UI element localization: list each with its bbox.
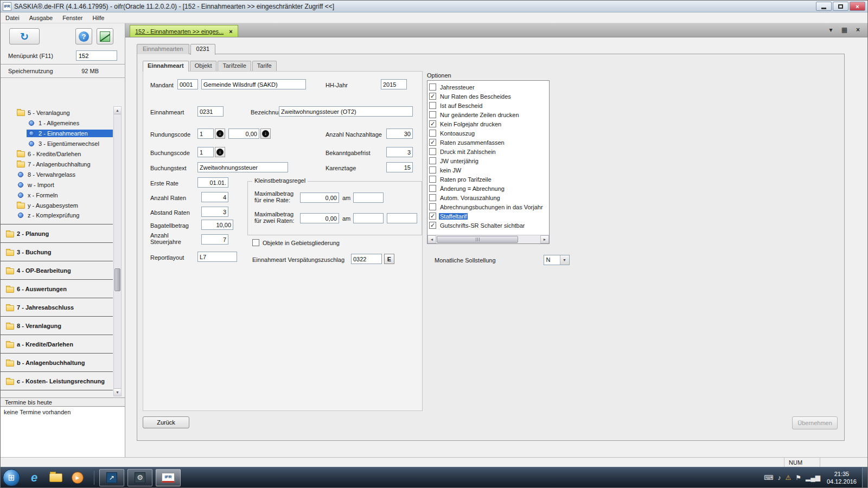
objekte-checkbox[interactable] xyxy=(252,239,259,246)
tree-item[interactable]: 8 - Veranlagung xyxy=(1,321,113,335)
tab-tarifzeile[interactable]: Tarifzeile xyxy=(218,61,251,71)
chart-button[interactable] xyxy=(97,28,113,44)
tree-item[interactable]: a - Kredite/Darlehen xyxy=(1,339,113,354)
tree-item[interactable]: 5 - Veranlagung xyxy=(1,107,113,118)
verspaetungszuschlag-input[interactable] xyxy=(351,254,382,264)
option-row[interactable]: ✓Raten zusammenfassen xyxy=(429,138,548,147)
taskbar-clock[interactable]: 21:35 04.12.2016 xyxy=(827,470,857,485)
max-zwei-am-input-1[interactable] xyxy=(353,213,384,223)
tab-0231[interactable]: 0231 xyxy=(190,44,215,55)
tree-item[interactable]: 6 - Auswertungen xyxy=(1,284,113,298)
minimize-button[interactable] xyxy=(816,2,832,11)
scroll-left-arrow[interactable]: ◄ xyxy=(427,235,436,243)
select-arrow-icon[interactable]: ▼ xyxy=(560,255,569,265)
refresh-button[interactable]: ↻ xyxy=(9,28,40,44)
option-row[interactable]: Raten pro Tarifzeile xyxy=(429,175,548,184)
menupunkt-input[interactable] xyxy=(76,50,117,61)
zurueck-button[interactable]: Zurück xyxy=(143,416,189,428)
reportlayout-input[interactable] xyxy=(197,252,237,262)
erste-rate-input[interactable] xyxy=(197,177,228,188)
tree-item[interactable]: 3 - Eigentümerwechsel xyxy=(1,138,113,149)
mandant-name-input[interactable] xyxy=(201,79,306,89)
objekte-checkbox-row[interactable]: Objekte in Gebietsgliederung xyxy=(252,239,340,246)
option-row[interactable]: Ist auf Bescheid xyxy=(429,101,548,110)
uebernehmen-button[interactable]: Übernehmen xyxy=(792,416,838,429)
option-row[interactable]: JW unterjährig xyxy=(429,156,548,165)
rundungscode-lookup-button[interactable]: ↓ xyxy=(215,129,225,139)
option-row[interactable]: Druck mit Zahlschein xyxy=(429,147,548,156)
checkbox[interactable]: ✓ xyxy=(429,93,436,100)
checkbox[interactable]: ✓ xyxy=(429,222,436,229)
tree-item[interactable]: z - Komplexprüfung xyxy=(1,210,113,224)
close-document-icon[interactable]: × xyxy=(856,26,860,34)
taskbar-launch-button[interactable]: ↗ xyxy=(99,469,124,486)
max-eine-rate-input[interactable] xyxy=(300,192,339,203)
bekanntgabefrist-input[interactable] xyxy=(386,147,413,157)
taskbar-ifr-button[interactable]: IFR xyxy=(156,469,181,486)
taskbar-mediaplayer-button[interactable]: ▶ xyxy=(67,468,88,487)
checkbox[interactable] xyxy=(429,102,436,109)
option-row[interactable]: Autom. Vorauszahlung xyxy=(429,193,548,202)
buchungscode-input[interactable] xyxy=(197,147,214,157)
buchungstext-input[interactable] xyxy=(197,162,288,172)
tab-einnahmeart[interactable]: Einnahmeart xyxy=(143,61,189,72)
maximize-button[interactable] xyxy=(833,2,848,11)
bezeichnung-input[interactable] xyxy=(279,106,413,117)
option-row[interactable]: ✓Nur Raten des Bescheides xyxy=(429,92,548,101)
tree-item[interactable]: 3 - Buchung xyxy=(1,247,113,261)
option-row[interactable]: ✓Staffeltarif xyxy=(429,211,548,221)
audio-icon[interactable]: ♪ xyxy=(777,474,781,481)
menu-hilfe[interactable]: Hilfe xyxy=(87,14,109,22)
option-row[interactable]: Änderung = Abrechnung xyxy=(429,184,548,193)
tab-objekt[interactable]: Objekt xyxy=(190,61,217,71)
options-hscrollbar[interactable]: ◄ ► xyxy=(427,235,549,243)
checkbox[interactable] xyxy=(429,185,436,192)
hhjahr-input[interactable] xyxy=(381,79,407,89)
hscrollbar-thumb[interactable] xyxy=(437,236,518,243)
menu-fenster[interactable]: Fenster xyxy=(58,14,87,22)
option-row[interactable]: ✓Gutschrifts-SR Schalter sichtbar xyxy=(429,221,548,230)
tree-item[interactable]: 7 - Anlagenbuchhaltung xyxy=(1,159,113,169)
option-row[interactable]: Jahressteuer xyxy=(429,82,548,92)
anzahl-raten-input[interactable] xyxy=(201,192,228,202)
tree-item[interactable]: c - Kosten- Leistungsrechnung xyxy=(1,376,113,390)
tree-item[interactable]: 2 - Planung xyxy=(1,229,113,243)
max-eine-am-input[interactable] xyxy=(353,192,384,203)
taskbar-ie-button[interactable]: e xyxy=(23,468,45,487)
tree-item[interactable]: 1 - Allgemeines xyxy=(1,118,113,128)
scroll-down-arrow[interactable]: ▼ xyxy=(114,388,121,396)
checkbox[interactable]: ✓ xyxy=(429,120,436,127)
checkbox[interactable] xyxy=(429,194,436,201)
tab-tarife[interactable]: Tarife xyxy=(252,61,277,71)
tile-windows-icon[interactable]: ▦ xyxy=(841,26,847,34)
bagatellbetrag-input[interactable] xyxy=(201,220,233,230)
scrollbar-thumb[interactable] xyxy=(114,268,120,291)
steuerjahre-input[interactable] xyxy=(201,234,228,245)
nachzahltage-input[interactable] xyxy=(386,129,413,139)
scroll-right-arrow[interactable]: ► xyxy=(540,235,549,243)
rundungscode-input[interactable] xyxy=(197,129,214,139)
close-button[interactable]: × xyxy=(850,2,865,11)
taskbar-explorer-button[interactable] xyxy=(45,468,67,487)
taskbar-settings-button[interactable]: ⚙ xyxy=(127,469,152,486)
checkbox[interactable] xyxy=(429,166,436,174)
sollstellung-select[interactable]: N ▼ xyxy=(544,255,570,265)
flag-icon[interactable]: ⚑ xyxy=(795,474,801,481)
document-tab-close-icon[interactable]: × xyxy=(229,28,232,35)
document-tab[interactable]: 152 - Einnahmearten >> einges... × xyxy=(130,25,238,37)
checkbox[interactable] xyxy=(429,111,436,118)
show-desktop-button[interactable] xyxy=(862,467,867,488)
checkbox[interactable] xyxy=(429,176,436,183)
tree-item[interactable]: b - Anlagenbuchhaltung xyxy=(1,358,113,372)
menu-datei[interactable]: Datei xyxy=(1,14,24,22)
start-button[interactable]: ⊞ xyxy=(3,469,20,486)
checkbox[interactable] xyxy=(429,203,436,210)
option-row[interactable]: ✓Kein Folgejahr drucken xyxy=(429,119,548,129)
menu-ausgabe[interactable]: Ausgabe xyxy=(24,14,58,22)
einnahmeart-input[interactable] xyxy=(197,106,224,117)
rundungsbetrag-input[interactable] xyxy=(228,129,259,139)
option-row[interactable]: Abrechnungsbuchungen in das Vorjahr xyxy=(429,202,548,211)
tree-item[interactable]: x - Formeln xyxy=(1,190,113,200)
buchungscode-lookup-button[interactable]: ↓ xyxy=(215,147,225,157)
alert-icon[interactable]: ⚠ xyxy=(785,474,791,481)
